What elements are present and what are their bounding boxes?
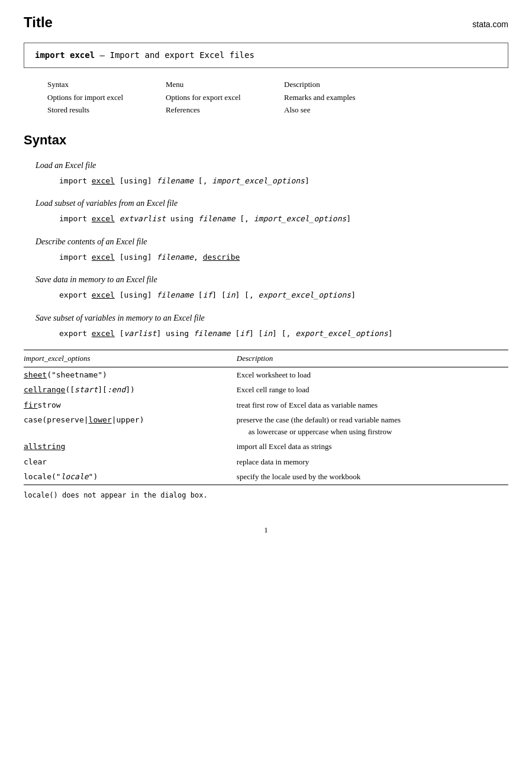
syntax-line-2: import excel extvarlist using filename […: [24, 213, 508, 225]
nav-syntax[interactable]: Syntax: [47, 79, 166, 91]
syntax-line-3: import excel [using] filename, describe: [24, 251, 508, 263]
desc-allstring: import all Excel data as strings: [237, 439, 508, 454]
syntax-section: Syntax Load an Excel file import excel […: [24, 130, 508, 501]
desc-locale: specify the locale used by the workbook: [237, 469, 508, 485]
option-firstrow: firstrow: [24, 398, 237, 413]
syntax-block-describe: Describe contents of an Excel file impor…: [24, 235, 508, 263]
nav-options-import[interactable]: Options for import excel: [47, 92, 166, 104]
syntax-desc-5: Save subset of variables in memory to an…: [24, 312, 508, 324]
options-table: import_excel_options Description sheet("…: [24, 350, 508, 485]
syntax-desc-2: Load subset of variables from an Excel f…: [24, 197, 508, 209]
syntax-block-save: Save data in memory to an Excel file exp…: [24, 273, 508, 301]
syntax-block-subset-save: Save subset of variables in memory to an…: [24, 312, 508, 340]
page-number: 1: [24, 524, 508, 536]
syntax-desc-4: Save data in memory to an Excel file: [24, 273, 508, 286]
title-box: import excel — Import and export Excel f…: [24, 43, 508, 68]
title-separator: —: [100, 50, 110, 60]
table-row: allstring import all Excel data as strin…: [24, 439, 508, 454]
option-allstring: allstring: [24, 439, 237, 454]
nav-description[interactable]: Description: [284, 79, 402, 91]
option-sheet: sheet("sheetname"): [24, 367, 237, 382]
syntax-line-1: import excel [using] filename [, import_…: [24, 175, 508, 187]
syntax-line-5: export excel [varlist] using filename [i…: [24, 328, 508, 340]
desc-sheet: Excel worksheet to load: [237, 367, 508, 382]
col-header-desc: Description: [237, 350, 508, 367]
syntax-desc-3: Describe contents of an Excel file: [24, 235, 508, 248]
table-row: clear replace data in memory: [24, 454, 508, 470]
table-row: locale("locale") specify the locale used…: [24, 469, 508, 485]
nav-table: Syntax Menu Description Options for impo…: [47, 79, 485, 116]
title-box-text: import excel — Import and export Excel f…: [35, 50, 254, 60]
title-command: import excel: [35, 50, 95, 60]
option-case: case(preserve|lower|upper): [24, 412, 237, 439]
nav-remarks[interactable]: Remarks and examples: [284, 92, 402, 104]
footnote: locale() does not appear in the dialog b…: [24, 490, 508, 501]
section-heading: Syntax: [24, 130, 508, 150]
table-row: firstrow treat first row of Excel data a…: [24, 398, 508, 413]
page-title: Title: [24, 12, 53, 33]
nav-options-export[interactable]: Options for export excel: [166, 92, 284, 104]
title-description: Import and export Excel files: [109, 50, 254, 60]
option-locale: locale("locale"): [24, 469, 237, 485]
syntax-line-4: export excel [using] filename [if] [in] …: [24, 289, 508, 301]
syntax-desc-1: Load an Excel file: [24, 159, 508, 172]
option-cellrange: cellrange([start][:end]): [24, 382, 237, 398]
nav-stored-results[interactable]: Stored results: [47, 104, 166, 116]
syntax-block-subset-load: Load subset of variables from an Excel f…: [24, 197, 508, 225]
nav-references[interactable]: References: [166, 104, 284, 116]
table-row: sheet("sheetname") Excel worksheet to lo…: [24, 367, 508, 382]
stata-com: stata.com: [472, 18, 508, 31]
table-row: cellrange([start][:end]) Excel cell rang…: [24, 382, 508, 398]
option-clear: clear: [24, 454, 237, 470]
desc-case: preserve the case (the default) or read …: [237, 412, 508, 439]
nav-also-see[interactable]: Also see: [284, 104, 402, 116]
syntax-block-load: Load an Excel file import excel [using] …: [24, 159, 508, 187]
desc-firstrow: treat first row of Excel data as variabl…: [237, 398, 508, 413]
col-header-option: import_excel_options: [24, 350, 237, 367]
nav-menu[interactable]: Menu: [166, 79, 284, 91]
desc-clear: replace data in memory: [237, 454, 508, 470]
table-row: case(preserve|lower|upper) preserve the …: [24, 412, 508, 439]
desc-cellrange: Excel cell range to load: [237, 382, 508, 398]
page-header: Title stata.com: [24, 12, 508, 33]
